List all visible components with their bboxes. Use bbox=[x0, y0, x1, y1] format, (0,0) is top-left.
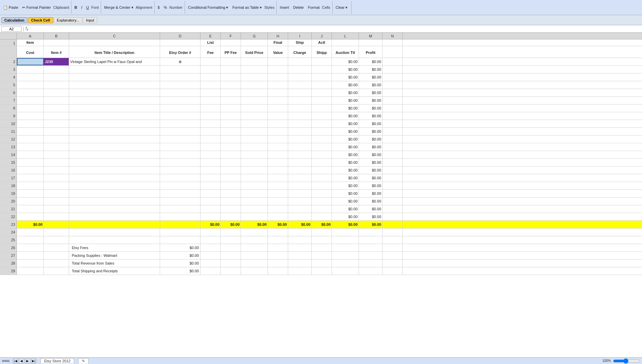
cell-G4[interactable] bbox=[241, 73, 268, 81]
explanatory-style-button[interactable]: Explanatory... bbox=[54, 17, 82, 23]
cell-G2[interactable] bbox=[241, 58, 268, 65]
total-G[interactable]: $0.00 bbox=[241, 221, 268, 228]
total-L[interactable]: $0.00 bbox=[332, 221, 359, 228]
cell-F2[interactable] bbox=[221, 58, 241, 65]
cell-E2[interactable] bbox=[201, 58, 221, 65]
col-header-F[interactable]: F bbox=[221, 33, 241, 39]
total-shipping-value[interactable]: $0.00 bbox=[160, 260, 201, 267]
header-profit[interactable]: Profit bbox=[359, 46, 383, 58]
cell-H3[interactable] bbox=[268, 66, 288, 73]
cell-J2[interactable] bbox=[312, 58, 332, 65]
calculation-style-button[interactable]: Calculation bbox=[1, 17, 27, 23]
cell-C4[interactable] bbox=[69, 73, 160, 81]
cell-F3[interactable] bbox=[221, 66, 241, 73]
col-header-G[interactable]: G bbox=[241, 33, 268, 39]
bold-button[interactable]: B bbox=[73, 4, 79, 10]
header-charge[interactable]: Charge bbox=[288, 46, 312, 58]
cell-A4[interactable] bbox=[17, 73, 44, 81]
col-header-E[interactable]: E bbox=[201, 33, 221, 39]
delete-button[interactable]: Delete bbox=[292, 4, 306, 10]
header-blank-N2[interactable] bbox=[383, 46, 403, 58]
paste-button[interactable]: 📋 Paste bbox=[1, 4, 20, 11]
sheet-tab-add[interactable]: ✎ bbox=[78, 358, 89, 364]
cell-C2[interactable]: Vintage Sterling Lapel Pin w Faux Opal a… bbox=[69, 58, 160, 65]
header-blank-B[interactable] bbox=[44, 39, 69, 46]
cell-L3[interactable]: $0.00 bbox=[332, 66, 359, 73]
cell-J4[interactable] bbox=[312, 73, 332, 81]
total-M[interactable]: $0.00 bbox=[359, 221, 383, 228]
cell-L4[interactable]: $0.00 bbox=[332, 73, 359, 81]
packing-supplies-value[interactable]: $0.00 bbox=[160, 244, 201, 251]
header-actl-label[interactable]: Actl bbox=[312, 39, 332, 46]
total-E[interactable]: $0.00 bbox=[201, 221, 221, 228]
header-blank-N[interactable] bbox=[383, 39, 403, 46]
header-blank-M[interactable] bbox=[359, 39, 383, 46]
header-blank-F[interactable] bbox=[221, 39, 241, 46]
header-cost[interactable]: Cost bbox=[17, 46, 44, 58]
merge-center-button[interactable]: Merge & Center ▾ bbox=[102, 4, 135, 11]
underline-button[interactable]: U bbox=[85, 4, 91, 10]
col-header-J[interactable]: J bbox=[312, 33, 332, 39]
cell-N2[interactable] bbox=[383, 58, 403, 65]
header-pp-fee[interactable]: PP Fee bbox=[221, 46, 241, 58]
header-shipp[interactable]: Shipp bbox=[312, 46, 332, 58]
sheet-tab[interactable]: Etsy Store 2012 bbox=[40, 358, 74, 363]
sheet-nav-last[interactable]: ▶| bbox=[31, 358, 36, 364]
input-style-button[interactable]: Input bbox=[83, 17, 97, 23]
cell-M3[interactable]: $0.00 bbox=[359, 66, 383, 73]
col-header-B[interactable]: B bbox=[44, 33, 69, 39]
col-header-L[interactable]: L bbox=[332, 33, 359, 39]
header-ship-label[interactable]: Ship bbox=[288, 39, 312, 46]
cell-I2[interactable] bbox=[288, 58, 312, 65]
col-header-D[interactable]: D bbox=[160, 33, 201, 39]
format-as-table-button[interactable]: Format as Table ▾ bbox=[231, 4, 264, 11]
total-H[interactable]: $0.00 bbox=[268, 221, 288, 228]
cell-B4[interactable] bbox=[44, 73, 69, 81]
sheet-nav-next[interactable]: ▶ bbox=[25, 358, 30, 364]
percent-button[interactable]: % bbox=[162, 4, 169, 10]
cell-G3[interactable] bbox=[241, 66, 268, 73]
header-item-title[interactable]: Item Title / Description bbox=[69, 46, 160, 58]
cell-M4[interactable]: $0.00 bbox=[359, 73, 383, 81]
header-sold-price[interactable]: Sold Price bbox=[241, 46, 268, 58]
cell-F4[interactable] bbox=[221, 73, 241, 81]
cell-D4[interactable] bbox=[160, 73, 201, 81]
cell-A2[interactable] bbox=[17, 58, 44, 65]
zoom-slider[interactable] bbox=[613, 358, 640, 364]
cell-I4[interactable] bbox=[288, 73, 312, 81]
cell-E4[interactable] bbox=[201, 73, 221, 81]
total-N[interactable] bbox=[383, 221, 403, 228]
total-D[interactable] bbox=[160, 221, 201, 228]
cell-reference-box[interactable]: A2 bbox=[1, 26, 22, 32]
cell-A3[interactable] bbox=[17, 66, 44, 73]
header-fee[interactable]: Fee bbox=[201, 46, 221, 58]
cell-J3[interactable] bbox=[312, 66, 332, 73]
header-blank-D[interactable] bbox=[160, 39, 201, 46]
total-F[interactable]: $0.00 bbox=[221, 221, 241, 228]
cell-H4[interactable] bbox=[268, 73, 288, 81]
insert-button[interactable]: Insert bbox=[278, 4, 291, 10]
formula-input[interactable] bbox=[30, 27, 641, 31]
cell-N3[interactable] bbox=[383, 66, 403, 73]
total-C[interactable] bbox=[69, 221, 160, 228]
sheet-nav-prev[interactable]: ◀ bbox=[19, 358, 24, 364]
header-auction-ttl[interactable]: Auciton Ttl bbox=[332, 46, 359, 58]
cell-H2[interactable] bbox=[268, 58, 288, 65]
format-button[interactable]: Format bbox=[306, 4, 321, 10]
sheet-navigation[interactable]: |◀ ◀ ▶ ▶| bbox=[13, 358, 36, 364]
total-A[interactable]: $0.00 bbox=[17, 221, 44, 228]
header-value[interactable]: Value bbox=[268, 46, 288, 58]
cell-L2[interactable]: $0.00 bbox=[332, 58, 359, 65]
header-final-label[interactable]: Final bbox=[268, 39, 288, 46]
sheet-nav-first[interactable]: |◀ bbox=[13, 358, 18, 364]
header-list-label[interactable]: List bbox=[201, 39, 221, 46]
col-header-I[interactable]: I bbox=[288, 33, 312, 39]
cell-B3[interactable] bbox=[44, 66, 69, 73]
header-blank-C[interactable] bbox=[69, 39, 160, 46]
cell-M2[interactable]: $0.00 bbox=[359, 58, 383, 65]
paypal-fees-value[interactable]: $0.00 bbox=[160, 267, 201, 275]
etsy-fees-value[interactable] bbox=[160, 236, 201, 244]
format-painter-button[interactable]: ✏ Format Painter bbox=[21, 4, 53, 11]
col-header-A[interactable]: A bbox=[17, 33, 44, 39]
cell-C3[interactable] bbox=[69, 66, 160, 73]
